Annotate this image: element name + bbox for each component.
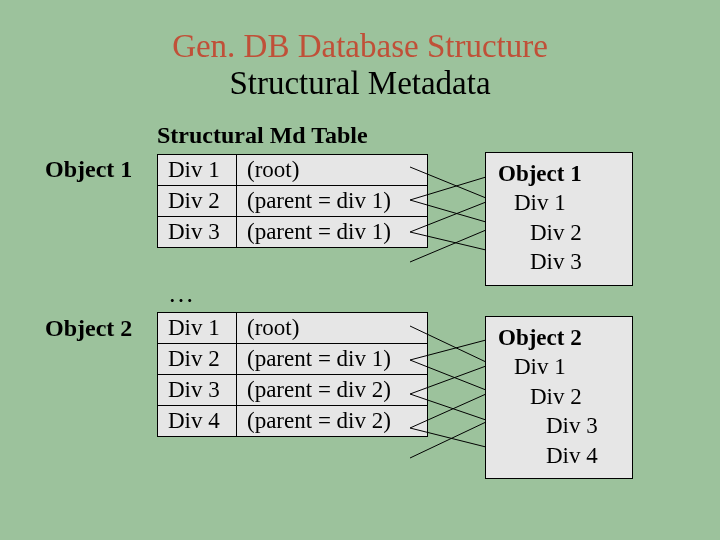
table-row: Div 2 (parent = div 1) — [158, 186, 428, 217]
table-header: Structural Md Table — [157, 122, 368, 149]
tree-level-1: Div 1 — [498, 188, 618, 217]
note-cell: (parent = div 2) — [237, 406, 428, 437]
div-cell: Div 3 — [158, 217, 237, 248]
title-line-1: Gen. DB Database Structure — [0, 28, 720, 65]
title-block: Gen. DB Database Structure Structural Me… — [0, 0, 720, 102]
tree-level-2: Div 3 — [498, 247, 618, 276]
note-cell: (parent = div 2) — [237, 375, 428, 406]
div-cell: Div 2 — [158, 344, 237, 375]
div-cell: Div 3 — [158, 375, 237, 406]
hierarchy-box-object-1: Object 1 Div 1 Div 2 Div 3 — [485, 152, 633, 286]
hierarchy-title: Object 2 — [498, 323, 618, 352]
tree-level-3: Div 4 — [498, 441, 618, 470]
note-cell: (root) — [237, 313, 428, 344]
table-row: Div 3 (parent = div 2) — [158, 375, 428, 406]
structural-md-table-object-2: Div 1 (root) Div 2 (parent = div 1) Div … — [157, 312, 428, 437]
note-cell: (root) — [237, 155, 428, 186]
object-1-side-label: Object 1 — [45, 156, 132, 183]
table-row: Div 1 (root) — [158, 155, 428, 186]
hierarchy-title: Object 1 — [498, 159, 618, 188]
table-row: Div 3 (parent = div 1) — [158, 217, 428, 248]
table-row: Div 2 (parent = div 1) — [158, 344, 428, 375]
note-cell: (parent = div 1) — [237, 217, 428, 248]
structural-md-table-object-1: Div 1 (root) Div 2 (parent = div 1) Div … — [157, 154, 428, 248]
hierarchy-box-object-2: Object 2 Div 1 Div 2 Div 3 Div 4 — [485, 316, 633, 479]
table-ellipsis: … — [168, 279, 194, 309]
tree-level-2: Div 2 — [498, 218, 618, 247]
note-cell: (parent = div 1) — [237, 186, 428, 217]
table-row: Div 1 (root) — [158, 313, 428, 344]
div-cell: Div 4 — [158, 406, 237, 437]
title-line-2: Structural Metadata — [0, 65, 720, 102]
div-cell: Div 1 — [158, 313, 237, 344]
tree-level-1: Div 1 — [498, 352, 618, 381]
div-cell: Div 1 — [158, 155, 237, 186]
note-cell: (parent = div 1) — [237, 344, 428, 375]
tree-level-2: Div 2 — [498, 382, 618, 411]
object-2-side-label: Object 2 — [45, 315, 132, 342]
div-cell: Div 2 — [158, 186, 237, 217]
table-row: Div 4 (parent = div 2) — [158, 406, 428, 437]
tree-level-3: Div 3 — [498, 411, 618, 440]
